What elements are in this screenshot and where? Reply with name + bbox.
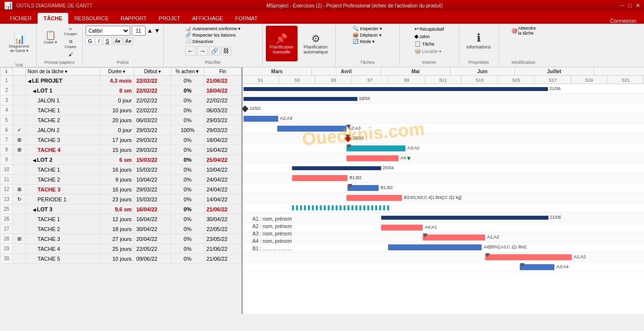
btn-gantt[interactable]: 📊 Diagrammede Gantt ▾ [5, 26, 33, 61]
info-icon: ℹ [477, 32, 481, 45]
row-task-name[interactable]: ◀LOT 3 [25, 204, 99, 214]
row-task-name[interactable]: ◀LOT 2 [25, 155, 99, 165]
table-row[interactable]: 28⊞TACHE 327 jours20/04/220%23/05/22 [0, 234, 242, 244]
italic-button[interactable]: I [96, 37, 102, 45]
row-task-name[interactable]: TACHE 1 [25, 105, 99, 115]
row-pct: 0% [171, 224, 204, 234]
window-close[interactable]: ✕ [636, 2, 640, 9]
row-task-name[interactable]: TACHE 1 [25, 165, 99, 175]
row-task-name[interactable]: TACHE 5 [25, 254, 99, 264]
row-task-name[interactable]: TACHE 2 [25, 175, 99, 185]
indent-left-btn[interactable]: ← [185, 46, 196, 56]
tab-ressource[interactable]: RESSOURCE [68, 13, 115, 24]
row-task-name[interactable]: TACHE 1 [25, 214, 99, 224]
row-task-name[interactable]: TACHE 2 [25, 115, 99, 125]
bar-lot3-t4 [485, 254, 572, 260]
table-row[interactable]: 5TACHE 220 jours06/03/220%29/03/22 [0, 115, 242, 125]
table-row[interactable]: 12⊞TACHE 316 jours29/03/220%24/04/22 [0, 185, 242, 194]
row-task-name[interactable]: TACHE 4 [25, 244, 99, 254]
row-task-name[interactable]: JALON 2 [25, 125, 99, 135]
btn-informations[interactable]: ℹ Informations [462, 26, 495, 55]
col-header-end[interactable]: Fin [204, 68, 241, 76]
table-row[interactable]: 27TACHE 218 jours30/04/220%22/05/22 [0, 224, 242, 234]
highlight-color[interactable]: A▾ [113, 38, 123, 45]
table-row[interactable]: 11TACHE 29 jours10/04/220%24/04/22 [0, 175, 242, 185]
col-header-pct[interactable]: % achen▼ [171, 68, 204, 76]
btn-copier[interactable]: ⧉ Copier [62, 38, 79, 50]
connexion-link[interactable]: Connexion [610, 18, 636, 24]
row-icon [13, 204, 25, 214]
tools-label: OUTILS DIAGRAMME DE GANTT [16, 3, 93, 8]
table-row[interactable]: 4TACHE 110 jours22/02/220%06/03/22 [0, 105, 242, 115]
tab-fichier[interactable]: FICHIER [4, 13, 38, 24]
font-color[interactable]: A▾ [123, 38, 133, 45]
col-header-duration[interactable]: Durée ▾ [99, 68, 134, 76]
row-task-name[interactable]: TACHE 2 [25, 224, 99, 234]
row-pct: 0% [171, 175, 204, 185]
font-size-down[interactable]: ▼ [154, 27, 160, 34]
table-row[interactable]: 13↻PERIODE 123 jours15/03/220%14/04/22 [0, 194, 242, 204]
bold-button[interactable]: G [86, 37, 95, 45]
col-header-name[interactable]: Nom de la tâche ▾ [25, 68, 99, 76]
label-lot3-t1: A4;A1 [425, 225, 437, 230]
row-task-name[interactable]: ◀LE PROJET [25, 76, 99, 86]
month-mars: Mars [243, 67, 312, 75]
table-row[interactable]: 9◀LOT 26 sm15/03/220%25/04/22 [0, 155, 242, 165]
row-task-name[interactable]: JALON 1 [25, 95, 99, 105]
font-family-select[interactable]: Calibri [86, 26, 130, 36]
desactiver-icon: ⬜ [185, 39, 191, 44]
row-end: 18/04/22 [204, 135, 241, 145]
window-maximize[interactable]: □ [628, 2, 632, 8]
btn-couper[interactable]: ✂ Couper [62, 26, 79, 37]
underline-button[interactable]: S [103, 37, 111, 45]
row-pct: 0% [171, 105, 204, 115]
avancement-icon: 📊 [185, 26, 191, 31]
legend-line-4: A4 : nom, prénom [252, 237, 293, 245]
legend-line-2: A2 : nom, prénom [252, 223, 293, 230]
row-number: 11 [0, 175, 13, 185]
tab-projet[interactable]: PROJET [153, 13, 186, 24]
table-row[interactable]: 1◀LE PROJET4,3 mois22/02/220%21/06/22 [0, 76, 242, 86]
table-row[interactable]: 2◀LOT 18 sm22/02/220%18/04/22 [0, 86, 242, 95]
row-end: 22/02/22 [204, 95, 241, 105]
table-row[interactable]: 26TACHE 112 jours16/04/220%30/04/22 [0, 214, 242, 224]
table-row[interactable]: 7⊞TACHE 317 jours29/03/220%18/04/22 [0, 135, 242, 145]
tab-format[interactable]: FORMAT [229, 13, 264, 24]
table-row[interactable]: 30TACHE 510 jours09/06/220%21/06/22 [0, 254, 242, 264]
atteindre-tache-icon: 🎯 [511, 28, 517, 34]
row-end: 30/04/22 [204, 214, 241, 224]
table-row[interactable]: 8⊞TACHE 415 jours29/03/220%16/04/22 [0, 145, 242, 155]
font-size-input[interactable] [132, 26, 146, 36]
row-start: 16/04/22 [134, 204, 171, 214]
btn-reproduire[interactable]: 🖌 [62, 51, 79, 58]
table-row[interactable]: 10TACHE 116 jours15/03/220%10/04/22 [0, 165, 242, 175]
btn-planification-auto[interactable]: ⚙ Planificationautomatique [299, 26, 332, 61]
indent-right-btn[interactable]: → [197, 46, 208, 56]
gantt-header: Mars Avril Mai Juin Juillet S1 S3 S5 S7 … [243, 67, 644, 84]
row-task-name[interactable]: PERIODE 1 [25, 194, 99, 204]
row-duration: 10 jours [99, 105, 134, 115]
tab-rapport[interactable]: RAPPORT [115, 13, 153, 24]
row-pct: 0% [171, 86, 204, 95]
month-avril: Avril [312, 67, 381, 75]
window-minimize[interactable]: ─ [621, 2, 625, 8]
table-row[interactable]: 25◀LOT 39,6 sm16/04/220%21/06/22 [0, 204, 242, 214]
unlink-icon[interactable]: ⛓ [221, 47, 231, 55]
row-task-name[interactable]: TACHE 4 [25, 145, 99, 155]
font-size-up[interactable]: ▲ [147, 27, 153, 34]
row-task-name[interactable]: ◀LOT 1 [25, 86, 99, 95]
row-start: 22/05/22 [134, 244, 171, 254]
bar-projet [244, 87, 548, 91]
row-task-name[interactable]: TACHE 3 [25, 135, 99, 145]
table-row[interactable]: 6✓JALON 20 jour29/03/22100%29/03/22 [0, 125, 242, 135]
col-header-start[interactable]: Début ▾ [134, 68, 171, 76]
row-task-name[interactable]: TACHE 3 [25, 185, 99, 194]
tab-affichage[interactable]: AFFICHAGE [186, 13, 229, 24]
link-icon[interactable]: 🔗 [209, 47, 220, 55]
table-row[interactable]: 29TACHE 425 jours22/05/220%21/06/22 [0, 244, 242, 254]
btn-planification-manuelle[interactable]: 📌 Planificationmanuelle [266, 26, 298, 61]
table-row[interactable]: 3JALON 10 jour22/02/220%22/02/22 [0, 95, 242, 105]
row-task-name[interactable]: TACHE 3 [25, 234, 99, 244]
btn-coller[interactable]: 📋 Coller ▾ [40, 26, 61, 49]
tab-tache[interactable]: TÂCHE [38, 13, 68, 24]
